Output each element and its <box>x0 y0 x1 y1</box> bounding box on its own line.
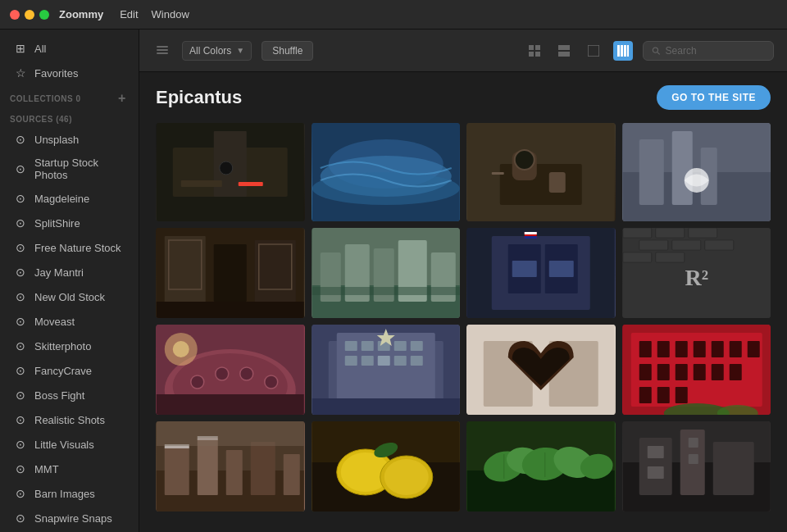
search-icon <box>652 46 661 56</box>
photo-cell[interactable] <box>622 123 771 221</box>
camera-icon-15: ⊙ <box>13 486 28 501</box>
svg-rect-116 <box>639 387 651 403</box>
svg-rect-152 <box>647 446 663 458</box>
search-box[interactable] <box>643 41 774 61</box>
sidebar-item-little-visuals[interactable]: ⊙ Little Visuals <box>3 432 135 457</box>
svg-rect-21 <box>239 182 263 186</box>
photo-cell[interactable] <box>466 123 616 221</box>
photo-cell[interactable] <box>622 421 771 512</box>
sidebar-item-skitterphoto[interactable]: ⊙ Skitterphoto <box>3 334 135 358</box>
menu-window[interactable]: Window <box>152 8 189 20</box>
photo-cell[interactable] <box>156 325 305 415</box>
sidebar-item-new-old-stock[interactable]: ⊙ New Old Stock <box>3 284 135 309</box>
photo-cell[interactable] <box>156 228 305 318</box>
svg-rect-154 <box>688 438 698 448</box>
photo-cell[interactable] <box>622 325 771 415</box>
svg-rect-44 <box>157 302 304 318</box>
minimize-button[interactable] <box>25 10 34 20</box>
sidebar-item-realistic-shots[interactable]: ⊙ Realistic Shots <box>3 407 135 432</box>
goto-site-button[interactable]: GO TO THE SITE <box>657 85 771 110</box>
svg-rect-90 <box>410 341 422 351</box>
sidebar-item-barn-images[interactable]: ⊙ Barn Images <box>3 481 135 506</box>
sidebar-item-startup-stock[interactable]: ⊙ Startup Stock Photos <box>3 152 135 186</box>
color-filter-dropdown[interactable]: All Colors ▼ <box>182 41 252 61</box>
svg-rect-30 <box>549 172 566 193</box>
svg-rect-6 <box>535 52 540 57</box>
view-grid2-button[interactable] <box>584 41 603 61</box>
photo-cell[interactable] <box>312 325 461 415</box>
menu-edit[interactable]: Edit <box>120 8 138 20</box>
svg-rect-69 <box>704 240 733 250</box>
photo-cell[interactable] <box>312 123 461 221</box>
sidebar-item-all[interactable]: ⊞ All <box>3 36 135 61</box>
sidebar-item-magdeleine[interactable]: ⊙ Magdeleine <box>3 186 135 211</box>
view-list-button[interactable] <box>152 41 172 61</box>
sources-label: SOURCES (46) <box>10 115 72 124</box>
collections-label: COLLECTIONS 0 <box>10 94 81 103</box>
source-label: Jay Mantri <box>34 266 84 279</box>
photo-thumbnail <box>156 228 305 318</box>
svg-rect-60 <box>525 232 537 234</box>
sidebar-item-snapwire[interactable]: ⊙ Snapwire Snaps <box>3 506 135 530</box>
svg-rect-115 <box>729 364 741 380</box>
camera-icon-16: ⊙ <box>13 511 28 525</box>
svg-rect-111 <box>657 364 669 380</box>
svg-rect-57 <box>512 261 537 277</box>
sidebar-item-jay-mantri[interactable]: ⊙ Jay Mantri <box>3 260 135 284</box>
sidebar-item-boss-fight[interactable]: ⊙ Boss Fight <box>3 383 135 407</box>
svg-rect-112 <box>675 364 687 380</box>
add-collection-button[interactable]: + <box>116 92 129 105</box>
sidebar-item-mmt[interactable]: ⊙ MMT <box>3 457 135 481</box>
sidebar-item-free-nature[interactable]: ⊙ Free Nature Stock <box>3 235 135 260</box>
page-title: Epicantus <box>156 87 242 108</box>
view-grid1-button[interactable] <box>613 41 633 61</box>
view-grid3-button[interactable] <box>554 41 574 61</box>
svg-rect-106 <box>693 341 705 357</box>
svg-rect-91 <box>344 356 357 366</box>
svg-rect-39 <box>165 236 206 310</box>
photo-cell[interactable] <box>312 421 461 512</box>
svg-rect-52 <box>312 287 459 295</box>
search-input[interactable] <box>666 45 765 57</box>
camera-icon-10: ⊙ <box>13 363 28 378</box>
photo-cell[interactable]: R² <box>622 228 771 318</box>
all-icon: ⊞ <box>13 41 28 56</box>
sidebar-item-fancycrave[interactable]: ⊙ FancyCrave <box>3 358 135 383</box>
sidebar-item-moveast[interactable]: ⊙ Moveast <box>3 309 135 334</box>
photo-cell[interactable] <box>466 421 616 512</box>
svg-rect-97 <box>312 398 459 415</box>
menu-bar: Edit Window <box>120 8 189 20</box>
source-label: SplitShire <box>34 217 80 230</box>
camera-icon-5: ⊙ <box>13 240 28 255</box>
sidebar-item-unsplash[interactable]: ⊙ Unsplash <box>3 127 135 152</box>
maximize-button[interactable] <box>39 10 49 20</box>
photo-thumbnail <box>466 325 616 415</box>
camera-icon-2: ⊙ <box>13 161 28 176</box>
star-icon: ☆ <box>13 66 28 80</box>
svg-rect-58 <box>549 261 574 277</box>
shuffle-button[interactable]: Shuffle <box>262 41 313 61</box>
photo-grid-row-4 <box>156 421 771 512</box>
svg-rect-103 <box>639 341 651 357</box>
svg-rect-5 <box>529 52 534 57</box>
photo-cell[interactable] <box>156 123 305 221</box>
svg-rect-7 <box>558 45 570 50</box>
sidebar-item-favorites[interactable]: ☆ Favorites <box>3 61 135 85</box>
photo-cell[interactable] <box>312 228 461 318</box>
source-label: Unsplash <box>34 134 79 146</box>
svg-point-78 <box>240 367 253 380</box>
photo-cell[interactable] <box>466 228 616 318</box>
sidebar-item-splitshire[interactable]: ⊙ SplitShire <box>3 211 135 235</box>
close-button[interactable] <box>10 10 20 20</box>
svg-rect-123 <box>165 446 189 495</box>
svg-rect-2 <box>157 52 168 54</box>
source-label: Magdeleine <box>34 193 89 205</box>
photo-cell[interactable] <box>156 421 305 512</box>
photo-cell[interactable] <box>466 325 616 415</box>
svg-rect-118 <box>675 387 687 403</box>
camera-icon-9: ⊙ <box>13 339 28 353</box>
view-grid4-button[interactable] <box>525 41 544 61</box>
photo-thumbnail <box>312 123 461 221</box>
source-label: Boss Fight <box>34 389 84 402</box>
svg-rect-153 <box>647 466 663 479</box>
